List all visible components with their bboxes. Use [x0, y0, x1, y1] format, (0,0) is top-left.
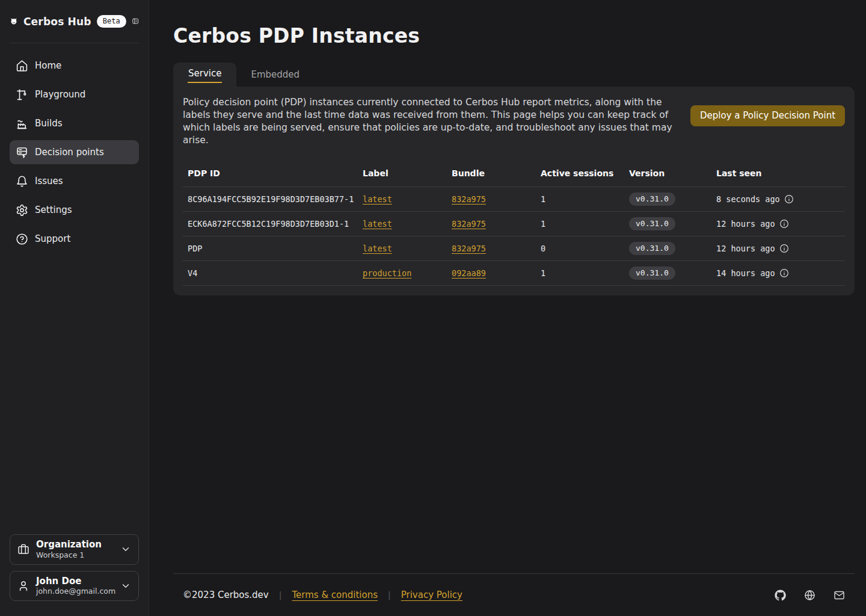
table-row: PDP latest 832a975 0 v0.31.0 12 hours ag… — [183, 236, 845, 261]
terms-link[interactable]: Terms & conditions — [292, 590, 378, 600]
privacy-link[interactable]: Privacy Policy — [401, 590, 462, 600]
pdp-id-cell: PDP — [183, 236, 358, 261]
tab-embedded[interactable]: Embedded — [236, 63, 314, 87]
label-link[interactable]: latest — [363, 194, 392, 204]
pdp-id-cell: V4 — [183, 261, 358, 286]
footer-separator: | — [388, 590, 391, 600]
footer-separator: | — [279, 590, 282, 600]
column-header-active-sessions: Active sessions — [536, 162, 624, 187]
beta-badge: Beta — [97, 15, 126, 28]
chevron-down-icon — [120, 544, 131, 555]
bundle-link[interactable]: 832a975 — [452, 219, 486, 229]
version-badge: v0.31.0 — [629, 266, 675, 280]
tab-service[interactable]: Service — [173, 63, 236, 87]
table-header-row: PDP ID Label Bundle Active sessions Vers… — [183, 162, 845, 187]
sidebar-item-label: Builds — [35, 118, 62, 129]
info-icon[interactable] — [779, 244, 789, 253]
briefcase-icon — [17, 543, 29, 555]
column-header-bundle: Bundle — [447, 162, 536, 187]
organization-workspace: Workspace 1 — [36, 550, 102, 560]
support-icon — [16, 233, 28, 245]
last-seen-text: 8 seconds ago — [716, 194, 780, 204]
column-header-pdp-id: PDP ID — [183, 162, 358, 187]
sidebar-item-label: Issues — [35, 176, 63, 186]
version-badge: v0.31.0 — [629, 192, 675, 206]
active-sessions-cell: 1 — [536, 212, 624, 236]
sidebar-item-label: Support — [35, 233, 70, 244]
sidebar-bottom: Organization Workspace 1 John Doe john.d… — [0, 534, 149, 616]
label-link[interactable]: latest — [363, 244, 392, 253]
label-link[interactable]: latest — [363, 219, 392, 229]
brand-name: Cerbos Hub — [23, 16, 91, 28]
user-text: John Doe john.doe@gmail.com — [36, 576, 114, 596]
panel-header: Policy decision point (PDP) instances cu… — [183, 96, 845, 147]
sidebar-item-home[interactable]: Home — [10, 54, 139, 78]
tab-bar: Service Embedded — [173, 63, 855, 87]
sidebar-item-support[interactable]: Support — [10, 227, 139, 251]
pdp-panel: Policy decision point (PDP) instances cu… — [173, 87, 855, 295]
table-row: V4 production 092aa89 1 v0.31.0 14 hours… — [183, 261, 845, 286]
version-badge: v0.31.0 — [629, 242, 675, 255]
page-title: Cerbos PDP Instances — [173, 24, 855, 48]
home-icon — [16, 60, 28, 72]
sidebar-item-playground[interactable]: Playground — [10, 82, 139, 106]
user-name: John Doe — [36, 576, 114, 587]
sidebar-nav: Home Playground Builds — [0, 43, 149, 256]
table-row: 8C96A194FCC5B92E19F98D3D7EB03B77-1 lates… — [183, 187, 845, 212]
info-icon[interactable] — [784, 194, 794, 204]
user-email: john.doe@gmail.com — [36, 587, 114, 596]
sidebar-item-label: Settings — [35, 205, 72, 215]
active-sessions-cell: 1 — [536, 187, 624, 212]
pdp-instances-table: PDP ID Label Bundle Active sessions Vers… — [183, 162, 845, 286]
collapse-sidebar-button[interactable] — [132, 14, 139, 29]
organization-title: Organization — [36, 539, 102, 550]
info-icon[interactable] — [779, 219, 789, 229]
last-seen-text: 14 hours ago — [716, 268, 775, 278]
tab-label: Service — [188, 66, 222, 83]
user-menu[interactable]: John Doe john.doe@gmail.com — [10, 571, 139, 601]
decision-points-icon — [16, 146, 28, 159]
active-sessions-cell: 1 — [536, 261, 624, 286]
cerbos-logo-icon — [10, 13, 18, 29]
brand-row: Cerbos Hub Beta — [0, 0, 149, 43]
sidebar: Cerbos Hub Beta Home — [0, 0, 149, 616]
label-link[interactable]: production — [363, 268, 411, 278]
organization-switcher[interactable]: Organization Workspace 1 — [10, 534, 139, 564]
bundle-link[interactable]: 832a975 — [452, 244, 486, 253]
footer-social-icons — [775, 590, 845, 601]
settings-icon — [16, 204, 28, 217]
github-icon[interactable] — [775, 590, 786, 601]
collapse-sidebar-icon — [132, 17, 139, 25]
pdp-id-cell: ECK6A872FCC5B12C19F98D3D7EB03D1-1 — [183, 212, 358, 236]
issues-icon — [16, 175, 28, 188]
user-icon — [17, 580, 29, 592]
mail-icon[interactable] — [834, 590, 845, 601]
footer: ©2023 Cerbos.dev | Terms & conditions | … — [173, 573, 855, 616]
sidebar-item-label: Home — [35, 60, 61, 71]
active-sessions-cell: 0 — [536, 236, 624, 261]
bundle-link[interactable]: 832a975 — [452, 194, 486, 204]
sidebar-item-builds[interactable]: Builds — [10, 111, 139, 135]
info-icon[interactable] — [779, 268, 789, 278]
last-seen-text: 12 hours ago — [716, 244, 775, 253]
organization-text: Organization Workspace 1 — [36, 539, 102, 559]
table-row: ECK6A872FCC5B12C19F98D3D7EB03D1-1 latest… — [183, 212, 845, 236]
sidebar-item-settings[interactable]: Settings — [10, 198, 139, 222]
sidebar-item-label: Decision points — [35, 147, 104, 158]
bundle-link[interactable]: 092aa89 — [452, 268, 486, 278]
deploy-pdp-button[interactable]: Deploy a Policy Decision Point — [690, 105, 845, 126]
chevron-down-icon — [120, 581, 131, 591]
panel-description: Policy decision point (PDP) instances cu… — [183, 96, 676, 147]
column-header-label: Label — [358, 162, 447, 187]
globe-icon[interactable] — [804, 590, 815, 601]
copyright-text: ©2023 Cerbos.dev — [183, 590, 269, 600]
pdp-id-cell: 8C96A194FCC5B92E19F98D3D7EB03B77-1 — [183, 187, 358, 212]
builds-icon — [16, 117, 28, 130]
main-content: Cerbos PDP Instances Service Embedded Po… — [149, 0, 866, 616]
sidebar-item-label: Playground — [35, 89, 85, 100]
tab-label: Embedded — [251, 69, 299, 80]
sidebar-item-decision-points[interactable]: Decision points — [10, 140, 139, 164]
sidebar-item-issues[interactable]: Issues — [10, 169, 139, 193]
last-seen-text: 12 hours ago — [716, 219, 775, 229]
version-badge: v0.31.0 — [629, 217, 675, 230]
